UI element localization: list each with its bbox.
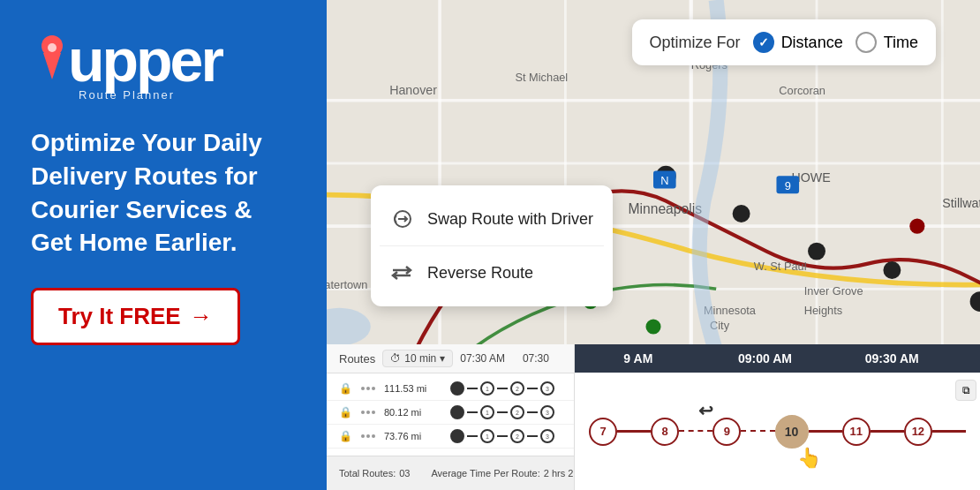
time-filter-value: 10 min [404, 352, 436, 365]
stop-line [527, 388, 538, 389]
stop-1: 1 [480, 381, 494, 396]
stop-2: 2 [510, 405, 524, 419]
routes-label: Routes [339, 352, 375, 366]
timeline-node-7[interactable]: 7 [589, 418, 617, 446]
route-dots-1 [361, 387, 375, 390]
svg-text:9: 9 [785, 179, 791, 192]
svg-text:St Michael: St Michael [515, 72, 568, 85]
stop-3: 3 [540, 381, 554, 396]
stop-3: 3 [540, 429, 554, 443]
timeline-header: 9 AM 09:00 AM 09:30 AM [575, 344, 980, 373]
stop-line [497, 411, 508, 413]
svg-text:Minneapolis: Minneapolis [629, 201, 703, 216]
total-routes-stat: Total Routes: 03 [339, 468, 410, 479]
node-circle-8: 8 [651, 418, 679, 446]
logo-container: upper [31, 26, 296, 90]
node-circle-7: 7 [589, 418, 617, 446]
swap-icon [390, 207, 415, 231]
logo-subtitle: Route Planner [79, 88, 296, 102]
stop-2: 2 [510, 381, 524, 396]
time-2: 07:30 [523, 352, 549, 365]
stop-line [467, 388, 478, 389]
stop-line [467, 411, 478, 413]
lock-icon-2: 🔒 [339, 406, 352, 418]
stop-line [497, 435, 508, 437]
swap-route-item[interactable]: Swap Route with Driver [371, 192, 613, 245]
timeline-node-11[interactable]: 11 [842, 418, 871, 446]
time-option[interactable]: Time [856, 32, 918, 53]
context-menu: Swap Route with Driver Reverse Route [371, 185, 613, 306]
node-circle-12: 12 [904, 418, 932, 446]
timeline-panel: 9 AM 09:00 AM 09:30 AM 7 8 9 [574, 344, 980, 490]
logo-area: upper Route Planner [31, 26, 296, 102]
stop-line [527, 411, 538, 413]
node-line-1 [617, 430, 651, 433]
distance-option[interactable]: Distance [753, 32, 843, 53]
svg-text:Corcoran: Corcoran [779, 84, 825, 97]
time-label: Time [884, 34, 918, 52]
svg-marker-2 [43, 53, 61, 79]
distance-2: 80.12 mi [384, 407, 441, 418]
logo-pin-icon [31, 26, 73, 90]
lock-icon-1: 🔒 [339, 382, 352, 395]
left-panel: upper Route Planner Optimize Your Daily … [0, 0, 327, 490]
logo-text: upper [68, 30, 222, 90]
route-dots-3 [361, 434, 375, 438]
node-circle-11: 11 [842, 418, 871, 446]
total-routes-label: Total Routes: [339, 468, 396, 479]
map-panel: Minneapolis HOWE Stillwater Buffalo Hano… [327, 0, 980, 490]
stops-3: 1 2 3 [450, 429, 554, 443]
home-stop [450, 381, 464, 396]
svg-point-28 [645, 319, 660, 334]
node-line-4 [809, 430, 842, 433]
cta-label: Try It FREE [58, 303, 181, 330]
node-line-2 [679, 430, 712, 433]
svg-point-21 [808, 243, 825, 260]
node-circle-9: 9 ↩ [712, 418, 741, 446]
headline-text: Optimize Your Daily Delivery Routes for … [31, 126, 296, 260]
cursor-hand-icon: 👆 [797, 447, 821, 470]
svg-point-22 [883, 261, 901, 279]
timeline-time-2: 09:00 AM [702, 351, 829, 366]
stop-line [527, 435, 538, 437]
node-line-6 [932, 430, 966, 433]
optimize-label: Optimize For [650, 34, 741, 52]
stop-2: 2 [510, 429, 524, 443]
home-stop [450, 429, 464, 443]
timeline-node-10-active[interactable]: 10 👆 [775, 415, 809, 449]
time-1: 07:30 AM [460, 352, 505, 365]
time-filter-badge[interactable]: ⏱ 10 min ▾ [382, 350, 453, 367]
stop-line [497, 388, 508, 389]
svg-text:Watertown: Watertown [327, 278, 367, 291]
svg-text:N: N [660, 174, 668, 187]
curve-arrow-icon: ↩ [698, 400, 713, 421]
svg-point-1 [48, 43, 57, 52]
timeline-node-8[interactable]: 8 [651, 418, 679, 446]
timeline-time-1: 9 AM [575, 351, 702, 366]
stops-1: 1 2 3 [450, 381, 554, 396]
timeline-track: 7 8 9 ↩ 10 👆 [589, 415, 966, 449]
cta-arrow-icon: → [190, 303, 213, 330]
cta-button[interactable]: Try It FREE → [31, 288, 240, 345]
timeline-copy-button[interactable]: ⧉ [955, 380, 976, 401]
reverse-icon [390, 260, 415, 285]
svg-point-24 [909, 219, 924, 234]
stop-1: 1 [480, 405, 494, 419]
svg-text:W. St Paul: W. St Paul [754, 260, 807, 273]
distance-3: 73.76 mi [384, 431, 441, 441]
home-stop [450, 405, 464, 419]
time-radio-unchecked[interactable] [856, 32, 877, 53]
svg-text:Inver Grove: Inver Grove [804, 284, 863, 298]
timeline-node-12[interactable]: 12 [904, 418, 932, 446]
reverse-route-label: Reverse Route [427, 264, 533, 283]
timeline-node-9[interactable]: 9 ↩ [712, 418, 741, 446]
lock-icon-3: 🔒 [339, 430, 352, 442]
reverse-route-item[interactable]: Reverse Route [371, 246, 613, 299]
stops-2: 1 2 3 [450, 405, 554, 419]
node-line-3 [741, 430, 774, 433]
distance-1: 111.53 mi [384, 383, 441, 394]
stop-1: 1 [480, 429, 494, 443]
optimize-card: Optimize For Distance Time [632, 19, 936, 65]
svg-text:Stillwater: Stillwater [942, 196, 980, 210]
distance-radio-checked[interactable] [753, 32, 774, 53]
